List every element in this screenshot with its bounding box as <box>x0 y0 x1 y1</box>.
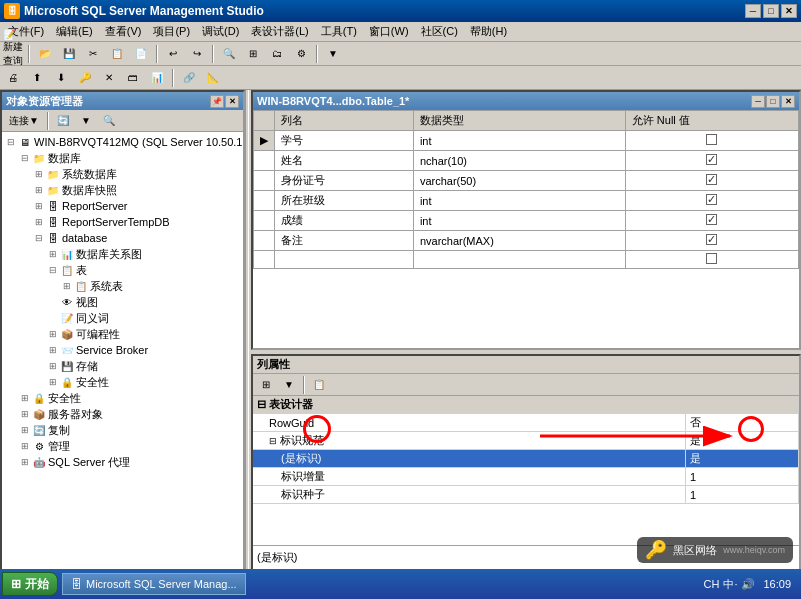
tree-item-synonyms[interactable]: ⊞ 📝 同义词 <box>2 310 243 326</box>
cell-nullable-4[interactable] <box>625 191 798 211</box>
table-editor-close[interactable]: ✕ <box>781 95 795 108</box>
panel-pin-button[interactable]: 📌 <box>210 95 224 108</box>
tree-item-security[interactable]: ⊞ 🔒 安全性 <box>2 390 243 406</box>
tree-item-programmability[interactable]: ⊞ 📦 可编程性 <box>2 326 243 342</box>
cell-name-5[interactable]: 成绩 <box>275 211 414 231</box>
menu-window[interactable]: 窗口(W) <box>363 22 415 41</box>
props-tb-btn3[interactable]: 📋 <box>308 375 330 395</box>
tree-item-server-objects[interactable]: ⊞ 📦 服务器对象 <box>2 406 243 422</box>
props-row-seed[interactable]: 标识种子 1 <box>253 486 799 504</box>
tb-btn-5[interactable]: 📄 <box>130 44 152 64</box>
expand-tables[interactable]: ⊟ <box>46 263 60 277</box>
tb-btn-7[interactable]: ↪ <box>186 44 208 64</box>
expand-sql-agent[interactable]: ⊞ <box>18 455 32 469</box>
tb-btn-10[interactable]: 🗂 <box>266 44 288 64</box>
taskbar-item-ssms[interactable]: 🗄 Microsoft SQL Server Manag... <box>62 573 246 595</box>
tree-item-views[interactable]: ⊞ 👁 视图 <box>2 294 243 310</box>
tb-btn-11[interactable]: ⚙ <box>290 44 312 64</box>
tree-item-replication[interactable]: ⊞ 🔄 复制 <box>2 422 243 438</box>
tree-item-tables[interactable]: ⊟ 📋 表 <box>2 262 243 278</box>
section-expand-icon[interactable]: ⊟ <box>257 398 266 410</box>
minimize-button[interactable]: ─ <box>745 4 761 18</box>
close-button[interactable]: ✕ <box>781 4 797 18</box>
cell-type-1[interactable]: int <box>413 131 625 151</box>
cell-type-5[interactable]: int <box>413 211 625 231</box>
tb-btn-3[interactable]: ✂ <box>82 44 104 64</box>
maximize-button[interactable]: □ <box>763 4 779 18</box>
tree-item-service-broker[interactable]: ⊞ 📨 Service Broker <box>2 342 243 358</box>
props-row-rowguid[interactable]: RowGuid 否 <box>253 414 799 432</box>
tb2-btn-5[interactable]: ✕ <box>98 68 120 88</box>
expand-replication[interactable]: ⊞ <box>18 423 32 437</box>
menu-edit[interactable]: 编辑(E) <box>50 22 99 41</box>
cell-type-3[interactable]: varchar(50) <box>413 171 625 191</box>
cell-nullable-2[interactable] <box>625 151 798 171</box>
tb-btn-6[interactable]: ↩ <box>162 44 184 64</box>
table-row[interactable]: 所在班级 int <box>254 191 799 211</box>
expand-management[interactable]: ⊞ <box>18 439 32 453</box>
menu-debug[interactable]: 调试(D) <box>196 22 245 41</box>
menu-view[interactable]: 查看(V) <box>99 22 148 41</box>
cell-nullable-6[interactable] <box>625 231 798 251</box>
cell-type-6[interactable]: nvarchar(MAX) <box>413 231 625 251</box>
tb2-btn-8[interactable]: 🔗 <box>178 68 200 88</box>
cell-name-1[interactable]: 学号 <box>275 131 414 151</box>
tb2-btn-3[interactable]: ⬇ <box>50 68 72 88</box>
menu-help[interactable]: 帮助(H) <box>464 22 513 41</box>
tree-item-management[interactable]: ⊞ ⚙ 管理 <box>2 438 243 454</box>
tb-btn-12[interactable]: ▼ <box>322 44 344 64</box>
expand-service-broker[interactable]: ⊞ <box>46 343 60 357</box>
tree-item-database[interactable]: ⊟ 🗄 database <box>2 230 243 246</box>
expand-security[interactable]: ⊞ <box>18 391 32 405</box>
expand-storage[interactable]: ⊞ <box>46 359 60 373</box>
props-row-increment[interactable]: 标识增量 1 <box>253 468 799 486</box>
connect-button[interactable]: 连接▼ <box>4 111 44 131</box>
tree-item-diagrams[interactable]: ⊞ 📊 数据库关系图 <box>2 246 243 262</box>
table-row[interactable]: 成绩 int <box>254 211 799 231</box>
tb-btn-1[interactable]: 📂 <box>34 44 56 64</box>
menu-project[interactable]: 项目(P) <box>147 22 196 41</box>
cell-nullable-1[interactable] <box>625 131 798 151</box>
props-row-identity[interactable]: ⊟ 标识规范 是 <box>253 432 799 450</box>
cell-type-2[interactable]: nchar(10) <box>413 151 625 171</box>
tree-item-databases[interactable]: ⊟ 📁 数据库 <box>2 150 243 166</box>
table-row[interactable] <box>254 251 799 269</box>
props-tb-btn2[interactable]: ▼ <box>278 375 300 395</box>
tree-item-reportservertempdb[interactable]: ⊞ 🗄 ReportServerTempDB <box>2 214 243 230</box>
table-row[interactable]: 身份证号 varchar(50) <box>254 171 799 191</box>
menu-tools[interactable]: 工具(T) <box>315 22 363 41</box>
tree-item-reportserver[interactable]: ⊞ 🗄 ReportServer <box>2 198 243 214</box>
expand-system-dbs[interactable]: ⊞ <box>32 167 46 181</box>
table-row[interactable]: 姓名 nchar(10) <box>254 151 799 171</box>
cell-name-3[interactable]: 身份证号 <box>275 171 414 191</box>
expand-snapshots[interactable]: ⊞ <box>32 183 46 197</box>
tree-item-system-dbs[interactable]: ⊞ 📁 系统数据库 <box>2 166 243 182</box>
tree-item-sql-agent[interactable]: ⊞ 🤖 SQL Server 代理 <box>2 454 243 470</box>
tree-item-security-db[interactable]: ⊞ 🔒 安全性 <box>2 374 243 390</box>
expand-databases[interactable]: ⊟ <box>18 151 32 165</box>
vertical-splitter[interactable] <box>245 90 249 577</box>
start-button[interactable]: ⊞ 开始 <box>2 572 58 596</box>
expand-diagrams[interactable]: ⊞ <box>46 247 60 261</box>
cell-nullable-3[interactable] <box>625 171 798 191</box>
table-row[interactable]: ▶ 学号 int <box>254 131 799 151</box>
expand-database[interactable]: ⊟ <box>32 231 46 245</box>
cell-nullable-5[interactable] <box>625 211 798 231</box>
menu-community[interactable]: 社区(C) <box>415 22 464 41</box>
expand-identity-icon[interactable]: ⊟ <box>269 436 277 446</box>
oe-refresh-button[interactable]: 🔄 <box>52 111 74 131</box>
expand-server-objects[interactable]: ⊞ <box>18 407 32 421</box>
tb-btn-8[interactable]: 🔍 <box>218 44 240 64</box>
oe-filter-button[interactable]: ▼ <box>75 111 97 131</box>
menu-table-designer[interactable]: 表设计器(L) <box>245 22 314 41</box>
new-query-button[interactable]: 📝 新建查询(N) <box>2 44 24 64</box>
props-tb-btn1[interactable]: ⊞ <box>255 375 277 395</box>
table-editor-maximize[interactable]: □ <box>766 95 780 108</box>
tb2-btn-9[interactable]: 📐 <box>202 68 224 88</box>
props-row-is-identity[interactable]: (是标识) 是 <box>253 450 799 468</box>
tb2-btn-7[interactable]: 📊 <box>146 68 168 88</box>
table-row[interactable]: 备注 nvarchar(MAX) <box>254 231 799 251</box>
table-editor-minimize[interactable]: ─ <box>751 95 765 108</box>
expand-reportserver[interactable]: ⊞ <box>32 199 46 213</box>
tree-item-server[interactable]: ⊟ 🖥 WIN-B8RVQT412MQ (SQL Server 10.50.16… <box>2 134 243 150</box>
